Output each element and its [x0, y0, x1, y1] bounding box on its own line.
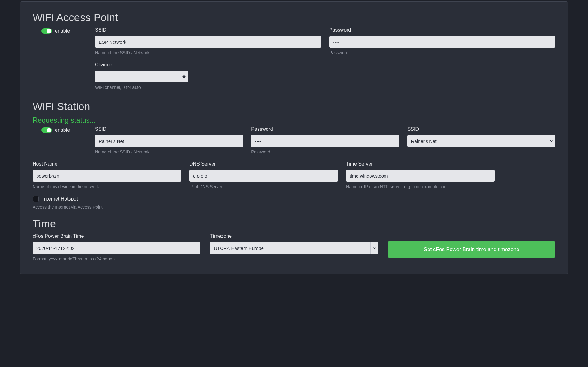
stepper-icon	[182, 74, 186, 79]
clock-label: cFos Power Brain Time	[33, 233, 200, 239]
clock-input[interactable]	[33, 242, 200, 254]
time-server-label: Time Server	[346, 161, 495, 167]
ap-ssid-label: SSID	[95, 27, 321, 33]
station-ssid-select-label: SSID	[407, 126, 555, 132]
ap-ssid-help: Name of the SSID / Network	[95, 50, 321, 55]
station-ssid-input[interactable]	[95, 135, 243, 147]
station-ssid-help: Name of the SSID / Network	[95, 149, 243, 154]
ap-channel-label: Channel	[95, 62, 321, 68]
ap-enable-toggle[interactable]	[41, 28, 52, 34]
station-ssid-label: SSID	[95, 126, 243, 132]
dns-input[interactable]	[189, 170, 338, 182]
ap-password-label: Password	[329, 27, 555, 33]
ap-channel-help: WiFi channel, 0 for auto	[95, 85, 321, 90]
ap-channel-input[interactable]	[99, 71, 180, 82]
hotspot-help: Access the Internet via Access Point	[33, 205, 555, 210]
dns-label: DNS Server	[189, 161, 338, 167]
host-help: Name of this device in the network	[33, 184, 181, 189]
station-password-label: Password	[251, 126, 399, 132]
clock-help: Format: yyyy-mm-ddThh:mm:ss (24 hours)	[33, 256, 200, 261]
config-panel: WiFi Access Point enable SSID Name of th…	[20, 1, 568, 274]
section-title-ap: WiFi Access Point	[33, 11, 555, 24]
section-title-time: Time	[33, 218, 555, 230]
station-enable-toggle[interactable]	[41, 127, 52, 133]
hotspot-label: Internet Hotspot	[43, 196, 78, 202]
tz-label: Timezone	[210, 233, 378, 239]
station-status: Requesting status...	[33, 116, 555, 125]
host-label: Host Name	[33, 161, 181, 167]
ap-enable-label: enable	[55, 28, 70, 34]
ap-ssid-input[interactable]	[95, 36, 321, 48]
station-ssid-select[interactable]: Rainer's Net	[407, 135, 555, 147]
station-password-help: Password	[251, 149, 399, 154]
ap-channel-stepper[interactable]	[95, 71, 188, 82]
hotspot-checkbox[interactable]	[33, 196, 39, 202]
tz-select[interactable]: UTC+2, Eastern Europe	[210, 242, 378, 254]
set-time-button[interactable]: Set cFos Power Brain time and timezone	[388, 241, 555, 258]
station-enable-label: enable	[55, 127, 70, 133]
ap-password-input[interactable]	[329, 36, 555, 48]
dns-help: IP of DNS Server	[189, 184, 338, 189]
host-input[interactable]	[33, 170, 181, 182]
ap-password-help: Password	[329, 50, 555, 55]
station-password-input[interactable]	[251, 135, 399, 147]
time-server-input[interactable]	[346, 170, 495, 182]
section-title-station: WiFi Station	[33, 100, 555, 113]
time-server-help: Name or IP of an NTP server, e.g. time.e…	[346, 184, 495, 189]
